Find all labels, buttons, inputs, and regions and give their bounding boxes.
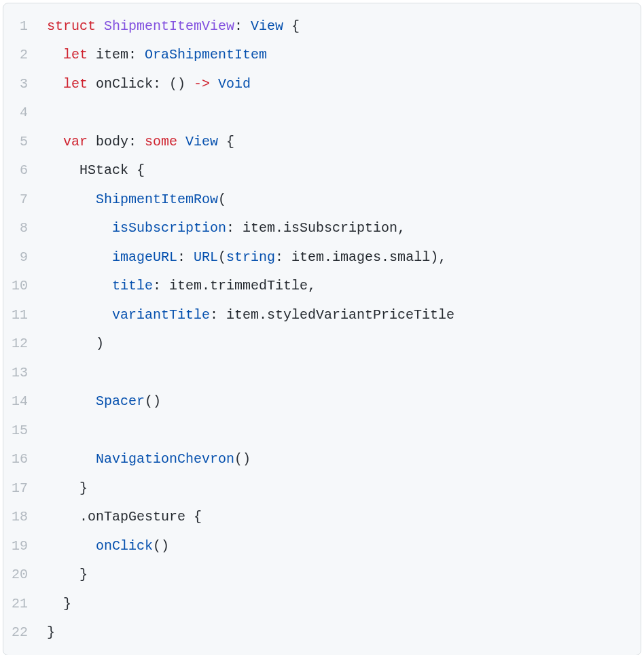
token [47, 76, 63, 92]
code-content: HStack { [35, 157, 145, 183]
code-line: 9 imageURL: URL(string: item.images.smal… [3, 243, 641, 272]
token: } [47, 480, 88, 496]
code-line: 16 NavigationChevron() [3, 445, 641, 474]
line-number: 5 [3, 128, 35, 155]
code-line: 5 var body: some View { [3, 127, 641, 156]
token: : item.trimmedTitle, [153, 278, 316, 294]
token [47, 220, 112, 236]
code-line: 11 variantTitle: item.styledVariantPrice… [3, 300, 641, 330]
token-keyword: var [63, 134, 88, 149]
line-number: 18 [3, 503, 35, 530]
token: onClick: () [88, 76, 194, 92]
code-content: isSubscription: item.isSubscription, [35, 215, 406, 241]
token-param: variantTitle [112, 307, 210, 323]
token [47, 451, 96, 467]
code-content: } [35, 475, 88, 501]
token [47, 307, 112, 323]
code-content: var body: some View { [35, 128, 234, 155]
line-number: 4 [3, 99, 35, 126]
token: : item.isSubscription, [226, 220, 406, 236]
code-line: 22 } [3, 618, 641, 648]
code-line: 20 } [3, 561, 641, 590]
code-line: 3 let onClick: () -> Void [3, 69, 641, 99]
token [47, 278, 112, 294]
token-keyword: let [63, 76, 88, 92]
token-keyword: some [145, 134, 177, 149]
line-number: 6 [3, 157, 35, 183]
token [47, 393, 96, 409]
token: HStack { [47, 162, 145, 178]
token-type: ShipmentItemView [104, 18, 234, 34]
token-call: Spacer [96, 393, 145, 409]
token: : item.images.small), [275, 249, 446, 265]
line-number: 14 [3, 388, 35, 414]
line-number: 11 [3, 302, 35, 328]
token: } [47, 596, 71, 612]
token-type-ref: View [251, 18, 283, 34]
token-type-ref: Void [218, 76, 251, 92]
token: : item.styledVariantPriceTitle [210, 307, 454, 323]
code-line: 1 struct ShipmentItemView: View { [3, 12, 641, 41]
code-line: 4 [3, 99, 641, 128]
line-number: 13 [3, 359, 35, 386]
token [210, 76, 218, 92]
token [96, 18, 104, 34]
code-content: } [35, 561, 88, 588]
line-number: 15 [3, 417, 35, 444]
token: } [47, 624, 55, 640]
token: () [234, 451, 251, 467]
line-number: 17 [3, 475, 35, 501]
line-number: 10 [3, 272, 35, 299]
code-line: 10 title: item.trimmedTitle, [3, 272, 641, 301]
token-call: onClick [96, 538, 153, 554]
token: : [234, 18, 251, 34]
token-keyword: let [63, 47, 88, 63]
code-content: variantTitle: item.styledVariantPriceTit… [35, 302, 454, 328]
line-number: 9 [3, 244, 35, 270]
token-keyword: -> [194, 76, 210, 92]
code-content: onClick() [35, 533, 169, 559]
token: } [47, 567, 88, 582]
token-type-ref: View [185, 134, 218, 149]
code-content: ) [35, 330, 104, 357]
line-number: 19 [3, 533, 35, 559]
line-number: 3 [3, 71, 35, 97]
code-content: struct ShipmentItemView: View { [35, 13, 300, 39]
token: ( [218, 192, 226, 207]
token: { [283, 18, 300, 34]
token-param: imageURL [112, 249, 177, 265]
code-content: title: item.trimmedTitle, [35, 272, 316, 299]
token-param: string [226, 249, 275, 265]
code-line: 17 } [3, 474, 641, 503]
code-line: 7 ShipmentItemRow( [3, 185, 641, 214]
token-keyword: struct [47, 18, 96, 34]
line-number: 21 [3, 590, 35, 617]
token: { [218, 134, 234, 149]
code-content: NavigationChevron() [35, 446, 251, 472]
token-type-ref: OraShipmentItem [145, 47, 267, 63]
code-content: Spacer() [35, 388, 161, 414]
token-call: URL [194, 249, 218, 265]
token: item: [88, 47, 145, 63]
token [47, 249, 112, 265]
code-line: 6 HStack { [3, 156, 641, 185]
line-number: 2 [3, 41, 35, 68]
line-number: 20 [3, 561, 35, 588]
token [47, 192, 96, 207]
code-line: 15 [3, 416, 641, 445]
token [47, 47, 63, 63]
token: ( [218, 249, 226, 265]
line-number: 8 [3, 215, 35, 241]
code-content: } [35, 590, 71, 617]
code-content: let onClick: () -> Void [35, 71, 251, 97]
code-line: 14 Spacer() [3, 387, 641, 417]
token-call: ShipmentItemRow [96, 192, 218, 207]
code-line: 21 } [3, 589, 641, 618]
code-line: 8 isSubscription: item.isSubscription, [3, 214, 641, 243]
code-content: .onTapGesture { [35, 503, 202, 530]
line-number: 16 [3, 446, 35, 472]
token: ) [47, 336, 104, 351]
token [177, 134, 185, 149]
token [47, 134, 63, 149]
token: .onTapGesture { [47, 509, 202, 525]
